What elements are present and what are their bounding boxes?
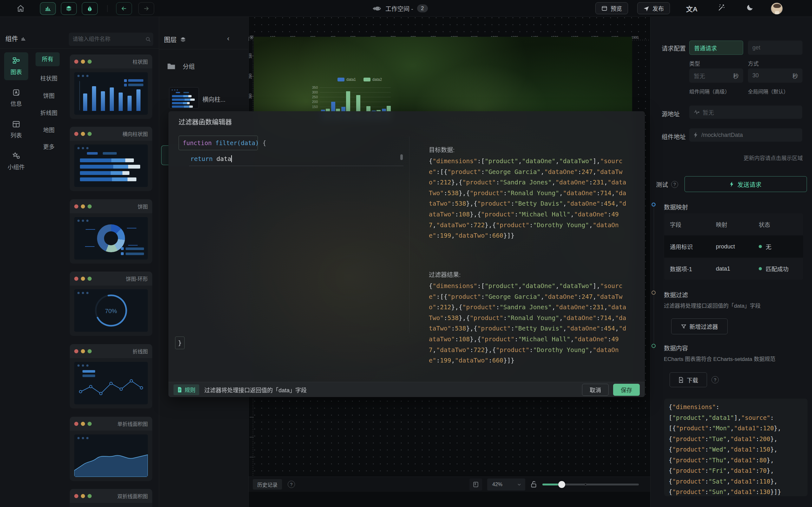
ring-percent-label: 70% xyxy=(94,308,129,315)
component-card-pie[interactable]: 饼图 xyxy=(70,199,152,264)
component-card-area[interactable]: 单折线面积图 xyxy=(70,417,152,481)
history-button[interactable]: 历史记录 xyxy=(253,479,282,490)
modal-divider xyxy=(409,136,409,333)
browser-icon xyxy=(601,5,607,11)
zoom-slider[interactable] xyxy=(542,484,639,486)
table-icon xyxy=(12,120,20,128)
data-content-desc: ECharts 图表需符合 ECharts-setdata 数据规范 xyxy=(664,354,775,362)
widgets-star-icon xyxy=(12,152,20,160)
category-pie[interactable]: 饼图 xyxy=(33,91,65,100)
pulse-icon xyxy=(694,110,699,115)
component-interval-input[interactable]: 暂无秒 xyxy=(689,68,743,83)
magic-wand-icon[interactable] xyxy=(717,3,726,12)
save-button[interactable]: 保存 xyxy=(613,384,640,396)
slider-handle[interactable] xyxy=(558,481,565,488)
undo-button[interactable] xyxy=(116,2,132,15)
ring-chart-thumbnail: 70% xyxy=(74,289,148,332)
source-addr-input[interactable]: 暂无 xyxy=(689,106,802,119)
unlock-icon[interactable] xyxy=(530,481,537,489)
filter-result-json[interactable]: {"dimensions":["product","dataOne","data… xyxy=(429,281,627,366)
method-label: 方式 xyxy=(748,59,759,67)
layer-item-label[interactable]: 横向柱... xyxy=(202,95,225,103)
legend-swatch-data2 xyxy=(363,78,370,81)
component-card-bar[interactable]: 柱状图 xyxy=(70,55,152,119)
category-map[interactable]: 地图 xyxy=(33,125,65,134)
lightning-icon xyxy=(694,132,698,138)
table-row: 通用标识 product 无 xyxy=(664,235,803,258)
send-icon xyxy=(643,5,649,11)
canvas-chart-legend: data1 data2 xyxy=(336,77,382,82)
request-method-select[interactable]: get xyxy=(748,41,803,55)
add-filter-button[interactable]: 新增过滤器 xyxy=(671,319,728,334)
language-icon[interactable]: 文A xyxy=(686,4,698,13)
components-panel-title: 组件 xyxy=(5,34,18,43)
request-config-label: 请求配置 xyxy=(662,44,686,52)
sidebar-item-info[interactable]: 信息 xyxy=(4,84,28,112)
send-request-button[interactable]: 发送请求 xyxy=(684,176,807,192)
filter-result-label: 过滤器结果: xyxy=(429,270,461,279)
component-card-line[interactable]: 折线图 xyxy=(70,344,152,408)
category-bar[interactable]: 柱状图 xyxy=(33,74,65,82)
workspace-badge: 2 xyxy=(417,4,428,12)
filter-editor-modal: 过滤器函数编辑器 function filter(data) { return … xyxy=(168,111,645,397)
test-help-icon[interactable]: ? xyxy=(671,181,678,188)
avatar[interactable] xyxy=(771,3,783,14)
help-icon[interactable]: ? xyxy=(288,481,295,488)
category-all[interactable]: 所有 xyxy=(36,52,60,66)
global-interval-label: 全局间隔（默认） xyxy=(748,88,789,95)
code-editor-line[interactable]: return data xyxy=(190,155,232,163)
document-icon xyxy=(177,387,182,393)
bar-chart-mini-icon xyxy=(20,36,26,41)
request-panel: 请求配置 普通请求 get 类型 方式 暂无秒 30秒 组件间隔（高级） 全局间… xyxy=(650,17,812,507)
global-interval-input[interactable]: 30秒 xyxy=(748,68,803,83)
sidebar-item-widgets[interactable]: 小组件 xyxy=(4,147,28,175)
modal-title: 过滤器函数编辑器 xyxy=(179,117,232,126)
layer-panel-title: 图层 xyxy=(164,35,177,44)
data-filter-desc: 过滤器将处理接口返回值的「data」字段 xyxy=(664,301,761,309)
workspace-label[interactable]: 工作空间 - xyxy=(386,4,413,13)
dark-mode-icon[interactable] xyxy=(746,3,754,11)
category-more[interactable]: 更多 xyxy=(33,142,65,151)
text-info-icon xyxy=(12,89,20,97)
data-content-json[interactable]: {"dimensions": ["product","data1"],"sour… xyxy=(664,399,808,496)
layers-tab-button[interactable] xyxy=(61,2,77,15)
lightning-icon xyxy=(730,181,734,187)
collapse-panel-icon[interactable]: ‹ xyxy=(227,35,229,43)
rule-desc: 过滤器将处理接口返回值的「data」字段 xyxy=(204,386,307,394)
category-line[interactable]: 折线图 xyxy=(33,108,65,117)
filter-bullet xyxy=(652,291,656,295)
preview-button[interactable]: 预览 xyxy=(595,2,628,14)
panel-toggle-icon[interactable] xyxy=(469,478,482,491)
component-search-input[interactable] xyxy=(72,36,143,43)
publish-button[interactable]: 发布 xyxy=(637,2,670,14)
layers-icon xyxy=(180,37,186,43)
line-chart-thumbnail xyxy=(74,362,148,404)
component-addr-label: 组件地址 xyxy=(662,132,686,141)
target-data-json[interactable]: {"dimensions":["product","dataOne","data… xyxy=(429,156,627,241)
home-icon[interactable] xyxy=(16,4,25,13)
droplet-tab-button[interactable] xyxy=(82,2,98,15)
mapping-table: 字段 映射 状态 通用标识 product 无 数据项-1 data1 匹配成功 xyxy=(664,213,803,280)
table-row: 数据项-1 data1 匹配成功 xyxy=(664,258,803,280)
component-addr-input[interactable]: /mock/chartData xyxy=(689,128,802,142)
layer-group-row[interactable]: 分组 xyxy=(167,62,195,70)
download-help-icon[interactable]: ? xyxy=(711,376,719,383)
components-panel: 组件 图表 信息 列表 小组件 所有 柱状图 饼图 折线图 地图 更多 xyxy=(0,17,159,507)
code-scrollbar-thumb[interactable] xyxy=(400,154,403,160)
component-card-hbar[interactable]: 横向柱状图 xyxy=(70,127,152,191)
redo-button[interactable] xyxy=(138,2,154,15)
sidebar-item-charts[interactable]: 图表 xyxy=(4,52,28,80)
cancel-button[interactable]: 取消 xyxy=(582,384,609,396)
component-search[interactable] xyxy=(69,33,153,46)
component-card-dual-area[interactable]: 双折线面积图 xyxy=(70,489,152,507)
request-type-select[interactable]: 普通请求 xyxy=(689,41,743,55)
component-card-ring[interactable]: 饼图-环形 70% xyxy=(70,272,152,336)
charts-tab-button[interactable] xyxy=(40,2,56,15)
download-button[interactable]: 下载 xyxy=(670,372,707,387)
zoom-select[interactable]: 42% xyxy=(487,478,525,491)
fish-icon xyxy=(372,5,382,12)
sidebar-item-list[interactable]: 列表 xyxy=(4,116,28,144)
slider-notch xyxy=(584,483,587,486)
layer-item-thumbnail[interactable] xyxy=(169,87,199,109)
canvas-toolbar: 历史记录 ? 42% xyxy=(249,476,650,492)
